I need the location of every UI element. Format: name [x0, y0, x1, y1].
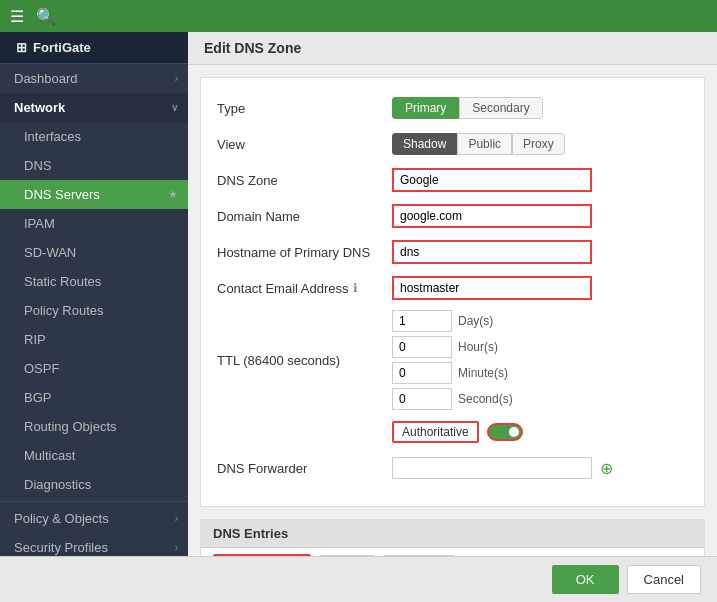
- domain-name-row: Domain Name: [217, 202, 688, 230]
- sidebar-label-static-routes: Static Routes: [24, 274, 101, 289]
- dns-entries-section: DNS Entries + Create New ✎ Edit 🗑 Delete…: [200, 519, 705, 556]
- sidebar-label-routing-objects: Routing Objects: [24, 419, 117, 434]
- sidebar-item-policy-routes[interactable]: Policy Routes: [0, 296, 188, 325]
- edit-dns-zone-form: Type Primary Secondary View Shadow Publi…: [200, 77, 705, 507]
- sidebar-label-dns-servers: DNS Servers: [24, 187, 100, 202]
- contact-email-input[interactable]: [392, 276, 592, 300]
- main-layout: ⊞ FortiGate Dashboard › Network ∨ Interf…: [0, 32, 717, 556]
- sidebar-item-ospf[interactable]: OSPF: [0, 354, 188, 383]
- search-icon[interactable]: 🔍: [36, 7, 56, 26]
- domain-name-label: Domain Name: [217, 209, 392, 224]
- dns-entries-header: DNS Entries: [201, 520, 704, 548]
- authoritative-label: Authoritative: [392, 421, 479, 443]
- sidebar-label-ipam: IPAM: [24, 216, 55, 231]
- hostname-input[interactable]: [392, 240, 592, 264]
- dns-forwarder-row: DNS Forwarder ⊕: [217, 454, 688, 482]
- chevron-icon: ›: [175, 73, 178, 84]
- ttl-minutes-row: Minute(s): [392, 362, 688, 384]
- sidebar-item-policy-objects[interactable]: Policy & Objects ›: [0, 504, 188, 533]
- authoritative-toggle[interactable]: [487, 423, 523, 441]
- sidebar-label-network: Network: [14, 100, 65, 115]
- ttl-seconds-row: Second(s): [392, 388, 688, 410]
- sidebar-label-rip: RIP: [24, 332, 46, 347]
- sidebar-divider: [0, 501, 188, 502]
- sidebar-item-multicast[interactable]: Multicast: [0, 441, 188, 470]
- chevron-icon: ›: [175, 513, 178, 524]
- view-row: View Shadow Public Proxy: [217, 130, 688, 158]
- ttl-seconds-input[interactable]: [392, 388, 452, 410]
- sidebar-item-diagnostics[interactable]: Diagnostics: [0, 470, 188, 499]
- content-area: Edit DNS Zone Type Primary Secondary Vie…: [188, 32, 717, 556]
- sidebar-item-rip[interactable]: RIP: [0, 325, 188, 354]
- type-secondary-button[interactable]: Secondary: [459, 97, 542, 119]
- type-label: Type: [217, 101, 392, 116]
- sidebar-item-interfaces[interactable]: Interfaces: [0, 122, 188, 151]
- view-label: View: [217, 137, 392, 152]
- ttl-hours-unit: Hour(s): [458, 340, 498, 354]
- sidebar-item-bgp[interactable]: BGP: [0, 383, 188, 412]
- sidebar-label-sdwan: SD-WAN: [24, 245, 76, 260]
- menu-icon[interactable]: ☰: [10, 7, 24, 26]
- sidebar-label-dns: DNS: [24, 158, 51, 173]
- dns-forwarder-input[interactable]: [392, 457, 592, 479]
- sidebar-item-dns-servers[interactable]: DNS Servers ★: [0, 180, 188, 209]
- sidebar-item-dns[interactable]: DNS: [0, 151, 188, 180]
- contact-email-label: Contact Email Address ℹ: [217, 281, 392, 296]
- sidebar-item-dashboard[interactable]: Dashboard ›: [0, 64, 188, 93]
- domain-name-input[interactable]: [392, 204, 592, 228]
- ttl-days-input[interactable]: [392, 310, 452, 332]
- dns-zone-input[interactable]: [392, 168, 592, 192]
- sidebar-item-routing-objects[interactable]: Routing Objects: [0, 412, 188, 441]
- ttl-days-unit: Day(s): [458, 314, 493, 328]
- type-primary-button[interactable]: Primary: [392, 97, 459, 119]
- sidebar-label-interfaces: Interfaces: [24, 129, 81, 144]
- cancel-button[interactable]: Cancel: [627, 565, 701, 594]
- ttl-group: Day(s) Hour(s) Minute(s) Second(s): [392, 310, 688, 410]
- sidebar-label-ospf: OSPF: [24, 361, 59, 376]
- ttl-hours-row: Hour(s): [392, 336, 688, 358]
- brand-icon: ⊞: [16, 40, 27, 55]
- add-forwarder-icon[interactable]: ⊕: [600, 459, 613, 478]
- sidebar-label-diagnostics: Diagnostics: [24, 477, 91, 492]
- ok-button[interactable]: OK: [552, 565, 619, 594]
- dns-zone-row: DNS Zone: [217, 166, 688, 194]
- bottom-bar: OK Cancel: [0, 556, 717, 602]
- view-buttons: Shadow Public Proxy: [392, 133, 688, 155]
- chevron-icon: ›: [175, 542, 178, 553]
- type-row: Type Primary Secondary: [217, 94, 688, 122]
- sidebar-label-policy-objects: Policy & Objects: [14, 511, 109, 526]
- authoritative-row: Authoritative: [217, 418, 688, 446]
- ttl-row: TTL (86400 seconds) Day(s) Hour(s): [217, 310, 688, 410]
- sidebar-label-bgp: BGP: [24, 390, 51, 405]
- dns-zone-label: DNS Zone: [217, 173, 392, 188]
- sidebar-item-sdwan[interactable]: SD-WAN: [0, 238, 188, 267]
- view-public-button[interactable]: Public: [457, 133, 512, 155]
- brand-name: FortiGate: [33, 40, 91, 55]
- sidebar: ⊞ FortiGate Dashboard › Network ∨ Interf…: [0, 32, 188, 556]
- ttl-seconds-unit: Second(s): [458, 392, 513, 406]
- sidebar-item-security-profiles[interactable]: Security Profiles ›: [0, 533, 188, 556]
- contact-email-row: Contact Email Address ℹ: [217, 274, 688, 302]
- hostname-row: Hostname of Primary DNS: [217, 238, 688, 266]
- sidebar-item-ipam[interactable]: IPAM: [0, 209, 188, 238]
- ttl-hours-input[interactable]: [392, 336, 452, 358]
- view-proxy-button[interactable]: Proxy: [512, 133, 565, 155]
- info-icon[interactable]: ℹ: [353, 281, 358, 295]
- sidebar-label-dashboard: Dashboard: [14, 71, 78, 86]
- sidebar-label-security-profiles: Security Profiles: [14, 540, 108, 555]
- sidebar-item-static-routes[interactable]: Static Routes: [0, 267, 188, 296]
- authoritative-toggle-container: Authoritative: [392, 421, 688, 443]
- hostname-label: Hostname of Primary DNS: [217, 245, 392, 260]
- star-icon: ★: [168, 188, 178, 201]
- ttl-label: TTL (86400 seconds): [217, 353, 392, 368]
- sidebar-label-multicast: Multicast: [24, 448, 75, 463]
- chevron-icon: ∨: [171, 102, 178, 113]
- dns-forwarder-label: DNS Forwarder: [217, 461, 392, 476]
- ttl-minutes-input[interactable]: [392, 362, 452, 384]
- page-title: Edit DNS Zone: [188, 32, 717, 65]
- ttl-minutes-unit: Minute(s): [458, 366, 508, 380]
- view-shadow-button[interactable]: Shadow: [392, 133, 457, 155]
- sidebar-label-policy-routes: Policy Routes: [24, 303, 103, 318]
- ttl-days-row: Day(s): [392, 310, 688, 332]
- sidebar-item-network[interactable]: Network ∨: [0, 93, 188, 122]
